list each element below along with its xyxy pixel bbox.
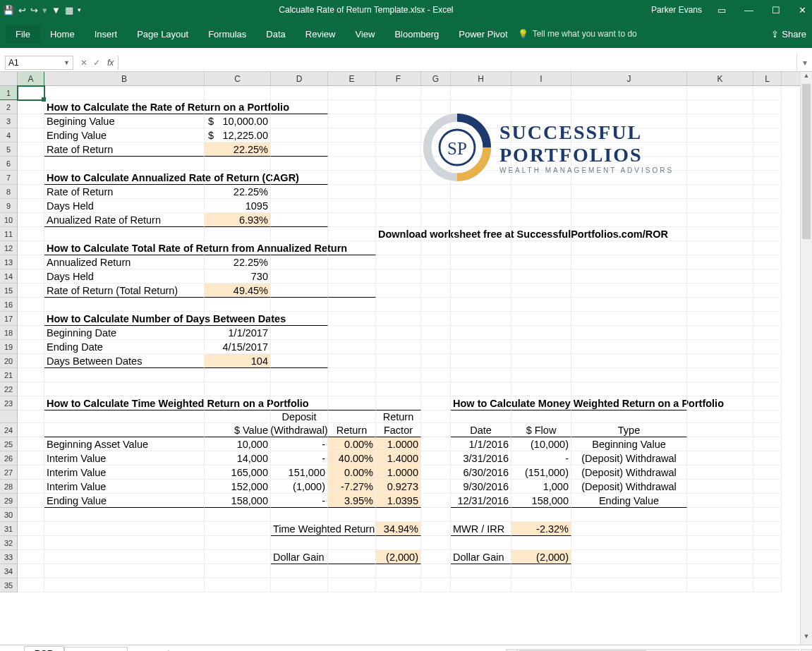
- cell[interactable]: 104: [205, 354, 271, 368]
- cell[interactable]: [328, 227, 376, 241]
- cell[interactable]: [571, 536, 687, 550]
- cell[interactable]: 152,000: [205, 480, 271, 494]
- cell[interactable]: Deposit: [271, 410, 328, 423]
- cell[interactable]: [421, 368, 451, 382]
- cell[interactable]: [753, 536, 782, 550]
- cell[interactable]: [687, 437, 753, 451]
- cell[interactable]: How to Calculate the Rate of Return on a…: [44, 100, 205, 114]
- tab-review[interactable]: Review: [296, 25, 346, 44]
- cell[interactable]: [328, 522, 376, 536]
- cell[interactable]: [511, 312, 571, 326]
- cell[interactable]: [271, 100, 328, 114]
- cell[interactable]: [18, 142, 44, 157]
- cell[interactable]: [205, 298, 271, 312]
- row-header-6[interactable]: 6: [0, 157, 18, 171]
- cell[interactable]: [511, 354, 571, 368]
- cell[interactable]: [451, 564, 511, 578]
- cell[interactable]: [328, 382, 376, 396]
- cell[interactable]: [328, 171, 376, 185]
- new-sheet-button[interactable]: ⊕: [128, 649, 143, 652]
- cell[interactable]: [451, 536, 511, 550]
- cell[interactable]: [205, 312, 271, 326]
- cell[interactable]: [421, 269, 451, 284]
- cell[interactable]: [511, 100, 571, 114]
- cell[interactable]: [328, 550, 376, 564]
- cell[interactable]: [44, 564, 205, 578]
- cell[interactable]: [421, 340, 451, 354]
- cell[interactable]: [451, 157, 511, 171]
- cell[interactable]: [687, 340, 753, 354]
- cell[interactable]: [451, 185, 511, 199]
- cell[interactable]: [18, 368, 44, 382]
- col-header-A[interactable]: A: [18, 72, 44, 85]
- fx-icon[interactable]: fx: [107, 58, 114, 68]
- cell[interactable]: [271, 368, 328, 382]
- cell[interactable]: (Withdrawal): [271, 423, 328, 437]
- cell[interactable]: [328, 157, 376, 171]
- cell[interactable]: [44, 522, 205, 536]
- cell[interactable]: 1,000: [511, 480, 571, 494]
- cell[interactable]: [271, 536, 328, 550]
- cell[interactable]: [687, 171, 753, 185]
- cell[interactable]: Time Weighted Return: [271, 522, 328, 536]
- cell[interactable]: [376, 100, 421, 114]
- cell[interactable]: [511, 114, 571, 128]
- tab-view[interactable]: View: [345, 25, 384, 44]
- cell[interactable]: [451, 128, 511, 142]
- cell[interactable]: 6.93%: [205, 213, 271, 227]
- cell[interactable]: [421, 312, 451, 326]
- cell[interactable]: [571, 185, 687, 199]
- cell[interactable]: [271, 354, 328, 368]
- col-header-D[interactable]: D: [271, 72, 328, 85]
- minimize-icon[interactable]: —: [741, 5, 756, 16]
- cell[interactable]: [511, 157, 571, 171]
- cell[interactable]: [687, 298, 753, 312]
- ribbon-options-icon[interactable]: ▭: [715, 5, 729, 16]
- cell[interactable]: [421, 536, 451, 550]
- cell[interactable]: [687, 382, 753, 396]
- row-header-3[interactable]: 3: [0, 114, 18, 128]
- cell[interactable]: [687, 564, 753, 578]
- cell[interactable]: [376, 578, 421, 592]
- tab-home[interactable]: Home: [40, 25, 85, 44]
- cell[interactable]: [205, 171, 271, 185]
- cell[interactable]: [44, 382, 205, 396]
- cell[interactable]: [18, 578, 44, 592]
- cell[interactable]: [753, 128, 782, 142]
- redo-icon[interactable]: ↪: [30, 5, 38, 16]
- cell[interactable]: [376, 354, 421, 368]
- cell[interactable]: [376, 157, 421, 171]
- cell[interactable]: [511, 284, 571, 298]
- cell[interactable]: [511, 269, 571, 284]
- cell[interactable]: [451, 100, 511, 114]
- col-header-H[interactable]: H: [451, 72, 511, 85]
- cell[interactable]: -: [271, 451, 328, 466]
- cell[interactable]: [687, 128, 753, 142]
- cell[interactable]: [328, 142, 376, 157]
- cell[interactable]: [753, 437, 782, 451]
- cell[interactable]: [571, 255, 687, 269]
- cell[interactable]: [376, 326, 421, 340]
- cell[interactable]: Days Held: [44, 199, 205, 213]
- cell[interactable]: [753, 142, 782, 157]
- cell[interactable]: 0.00%: [328, 437, 376, 451]
- cell[interactable]: [18, 157, 44, 171]
- cell[interactable]: Ending Date: [44, 340, 205, 354]
- cell[interactable]: [451, 410, 511, 423]
- cell[interactable]: [376, 142, 421, 157]
- row-header-2[interactable]: 2: [0, 100, 18, 114]
- cell[interactable]: [421, 423, 451, 437]
- cell[interactable]: Factor: [376, 423, 421, 437]
- cell[interactable]: [687, 368, 753, 382]
- cell[interactable]: [753, 340, 782, 354]
- cell[interactable]: [687, 86, 753, 100]
- cell[interactable]: [571, 199, 687, 213]
- cell[interactable]: [421, 157, 451, 171]
- cell[interactable]: -2.32%: [511, 522, 571, 536]
- cell[interactable]: [328, 284, 376, 298]
- cell[interactable]: Beginning Value: [571, 437, 687, 451]
- vertical-scrollbar[interactable]: ▲ ▼: [800, 72, 812, 645]
- cell[interactable]: [511, 382, 571, 396]
- cell[interactable]: [18, 410, 44, 423]
- cell[interactable]: [421, 564, 451, 578]
